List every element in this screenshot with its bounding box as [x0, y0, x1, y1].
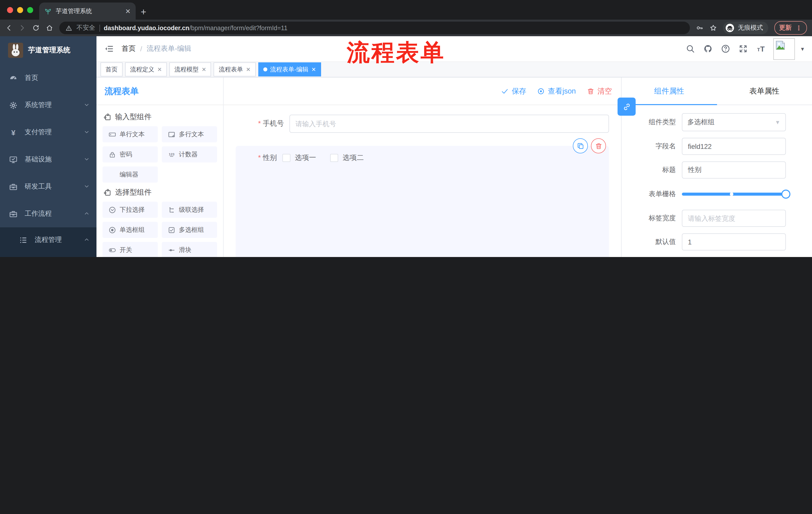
copy-component-button[interactable] — [573, 138, 588, 154]
component-chip[interactable]: 单行文本 — [103, 126, 158, 142]
view-json-button[interactable]: 查看json — [538, 86, 576, 96]
check-icon — [501, 87, 509, 95]
puzzle-icon — [104, 113, 112, 121]
view-tag-2[interactable]: 流程定义✕ — [125, 62, 167, 77]
avatar-caret-icon[interactable]: ▼ — [800, 46, 805, 52]
forward-button[interactable] — [19, 24, 26, 32]
svg-text:¥: ¥ — [11, 128, 16, 137]
browser-tab[interactable]: 芋道管理系统 ✕ — [39, 2, 136, 20]
counter-icon: 123 — [168, 151, 175, 158]
new-tab-button[interactable]: + — [141, 6, 146, 18]
tab-component-props[interactable]: 组件属性 — [621, 77, 717, 105]
save-button[interactable]: 保存 — [501, 86, 526, 96]
component-chip[interactable]: 单选框组 — [103, 222, 158, 238]
component-chip[interactable]: 密码 — [103, 146, 158, 162]
label-width-label: 标签宽度 — [628, 214, 682, 223]
phone-input[interactable] — [289, 115, 609, 133]
delete-component-button[interactable] — [591, 138, 606, 154]
incognito-badge: 无痕模式 — [723, 22, 768, 34]
avatar[interactable] — [773, 38, 795, 60]
sidebar-item-2[interactable]: 系统管理 — [0, 91, 96, 119]
tab-form-props[interactable]: 表单属性 — [717, 77, 812, 105]
collapse-sidebar-button[interactable] — [105, 44, 114, 53]
sidebar-item-1[interactable]: 首页 — [0, 64, 96, 91]
view-tag-5[interactable]: 流程表单-编辑✕ — [258, 62, 321, 77]
minimize-window-button[interactable] — [17, 7, 23, 13]
component-chip[interactable]: 级联选择 — [162, 202, 217, 218]
sidebar-item-4[interactable]: 基础设施 — [0, 146, 96, 173]
password-manager-icon[interactable] — [696, 24, 703, 32]
search-icon[interactable] — [686, 44, 695, 53]
slider-icon — [168, 246, 175, 254]
sidebar-item-7[interactable]: 流程管理 — [0, 227, 96, 252]
component-chip[interactable]: 多行文本 — [162, 126, 217, 142]
component-chip[interactable]: 滑块 — [162, 242, 217, 257]
tag-close-icon[interactable]: ✕ — [311, 66, 316, 73]
slider-handle[interactable] — [781, 190, 790, 199]
tag-close-icon[interactable]: ✕ — [246, 66, 251, 73]
phone-field-row[interactable]: 手机号 — [236, 115, 609, 133]
fullscreen-icon[interactable] — [738, 44, 748, 53]
trash-icon — [595, 142, 602, 150]
font-size-icon[interactable]: TT — [756, 44, 765, 53]
view-tag-3[interactable]: 流程模型✕ — [169, 62, 211, 77]
help-icon[interactable] — [721, 44, 730, 53]
svg-text:123: 123 — [169, 152, 175, 156]
view-tag-1[interactable]: 首页 — [100, 62, 123, 77]
properties-panel: 组件属性 表单属性 组件类型 多选框组▼ 字段名 — [621, 77, 812, 257]
tag-close-icon[interactable]: ✕ — [202, 66, 206, 73]
back-button[interactable] — [5, 24, 12, 32]
screen: 芋道管理系统 ✕ + 不安全 dashboard.yudao.iocoder.c… — [0, 0, 812, 257]
address-bar[interactable]: 不安全 dashboard.yudao.iocoder.cn/bpm/manag… — [59, 22, 690, 34]
security-label: 不安全 — [76, 24, 95, 32]
component-chip[interactable]: 多选框组 — [162, 222, 217, 238]
active-dot-icon — [263, 67, 267, 72]
logo-rabbit-icon — [8, 43, 23, 58]
component-type-select[interactable]: 多选框组▼ — [682, 113, 786, 131]
tab-close-icon[interactable]: ✕ — [125, 7, 130, 15]
component-chip[interactable]: 编辑器 — [103, 166, 158, 183]
sidebar-item-5[interactable]: 研发工具 — [0, 173, 96, 200]
zoom-window-button[interactable] — [27, 7, 33, 13]
app-logo[interactable]: 芋道管理系统 — [0, 36, 96, 64]
list-icon — [19, 236, 28, 244]
bookmark-star-icon[interactable] — [709, 24, 717, 32]
trash-icon — [587, 87, 594, 95]
breadcrumb-home[interactable]: 首页 — [122, 44, 136, 53]
field-link-tag[interactable] — [617, 98, 636, 116]
input-icon — [109, 131, 116, 138]
github-icon[interactable] — [703, 44, 713, 53]
sidebar-item-8[interactable]: 流程表单 — [0, 252, 96, 257]
window-controls[interactable] — [0, 0, 39, 20]
tag-close-icon[interactable]: ✕ — [157, 66, 162, 73]
chevron-down-icon — [84, 183, 89, 190]
broken-image-icon — [775, 39, 786, 51]
default-value-input[interactable] — [682, 233, 786, 250]
eye-icon — [538, 87, 545, 95]
browser-menu-icon[interactable]: ⋮ — [796, 24, 802, 32]
label-width-input[interactable] — [682, 210, 786, 227]
component-chip[interactable]: 123计数器 — [162, 146, 217, 162]
slider-step-dot — [730, 192, 734, 196]
close-window-button[interactable] — [7, 7, 13, 13]
form-grid-slider[interactable] — [682, 185, 786, 203]
selected-component[interactable]: 性别 选项一选项二 — [236, 146, 609, 257]
component-chip[interactable]: 下拉选择 — [103, 202, 158, 218]
sidebar-item-label: 基础设施 — [25, 155, 84, 164]
svg-text:T: T — [760, 45, 765, 53]
home-button[interactable] — [46, 24, 53, 32]
clear-button[interactable]: 清空 — [587, 86, 612, 96]
url-domain: dashboard.yudao.iocoder.cn — [104, 24, 189, 31]
component-chip[interactable]: 开关 — [103, 242, 158, 257]
reload-button[interactable] — [32, 24, 40, 32]
title-input[interactable] — [682, 161, 786, 179]
field-name-input[interactable] — [682, 138, 786, 155]
checkbox-option[interactable]: 选项一 — [282, 154, 316, 162]
sidebar-item-label: 研发工具 — [25, 182, 84, 191]
update-chrome-button[interactable]: 更新 ⋮ — [774, 21, 807, 35]
component-type-label: 组件类型 — [628, 118, 682, 127]
checkbox-option[interactable]: 选项二 — [330, 154, 364, 162]
sidebar-item-3[interactable]: ¥支付管理 — [0, 119, 96, 146]
sidebar-item-6[interactable]: 工作流程 — [0, 200, 96, 227]
view-tag-4[interactable]: 流程表单✕ — [214, 62, 256, 77]
